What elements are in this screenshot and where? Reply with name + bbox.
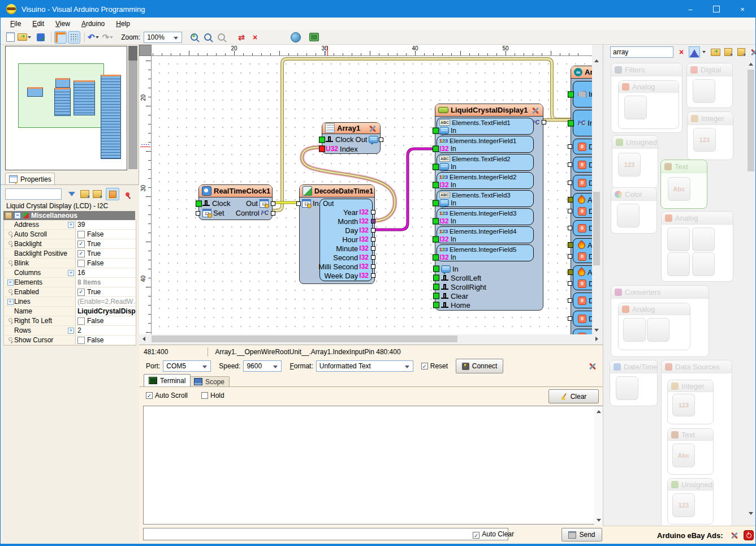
new-project-button[interactable] — [4, 31, 16, 44]
in-input-pin[interactable] — [296, 201, 301, 206]
scroll-up-arrow[interactable] — [746, 59, 755, 68]
upload-board-button[interactable] — [308, 31, 320, 44]
arduino-pin[interactable] — [568, 91, 574, 97]
field-input-pin[interactable] — [433, 218, 439, 224]
input-pin[interactable] — [433, 266, 439, 272]
menu-item[interactable]: File — [5, 19, 26, 29]
settings-tools-icon[interactable] — [588, 362, 597, 370]
arduino-pin[interactable] — [568, 180, 572, 185]
scroll-left-arrow[interactable] — [139, 334, 148, 343]
open-project-button[interactable] — [18, 31, 33, 44]
palette-subgroup-integer[interactable]: Integer 123 — [667, 380, 714, 424]
property-value[interactable]: True — [75, 287, 136, 296]
block-header[interactable]: Array1 — [322, 123, 380, 134]
scroll-up-arrow[interactable] — [594, 407, 603, 416]
lcd-element-field[interactable]: ABC 123 Elements.IntegerField2 I32 In — [437, 172, 534, 189]
palette-group-converters[interactable]: Converters Analog — [611, 285, 709, 357]
arduino-pin-box[interactable]: 0 Digit — [573, 175, 592, 191]
canvas-vertical-scrollbar[interactable] — [592, 56, 601, 334]
property-checkbox[interactable] — [77, 250, 85, 257]
toggle-grid-button[interactable] — [68, 31, 80, 44]
tab-scope[interactable]: Scope — [189, 376, 230, 386]
save-project-button[interactable] — [34, 31, 47, 44]
menu-item[interactable]: Arduino — [76, 19, 110, 29]
property-row[interactable]: Auto Scroll False — [4, 230, 136, 239]
property-checkbox[interactable] — [77, 337, 85, 344]
output-pin[interactable] — [371, 255, 375, 260]
tools-icon[interactable] — [531, 106, 540, 114]
property-value[interactable]: False — [75, 316, 136, 325]
palette-component[interactable] — [692, 252, 715, 276]
block-liquidcrystaldisplay[interactable]: LiquidCrystalDisplay1 Out I²C ABC 123 El… — [435, 104, 543, 311]
output-pin[interactable] — [371, 228, 375, 233]
web-button[interactable] — [290, 31, 302, 44]
palette-group-color[interactable]: Color — [611, 187, 657, 234]
delete-button[interactable]: × — [249, 31, 261, 44]
property-row[interactable]: Name LiquidCrystalDisp… — [4, 307, 136, 316]
send-input[interactable] — [143, 528, 508, 540]
ad-tools-icon[interactable] — [730, 531, 739, 539]
output-pin[interactable] — [371, 219, 375, 223]
lcd-element-field[interactable]: ABC 123 Elements.IntegerField1 I32 In — [437, 136, 534, 153]
arduino-pin-box[interactable]: I²C In — [573, 110, 592, 136]
collapse-group-icon[interactable]: − — [14, 212, 21, 219]
tab-properties[interactable]: Properties — [5, 173, 55, 185]
property-row[interactable]: Columns 16 — [4, 268, 136, 278]
output-pin[interactable] — [371, 237, 375, 242]
output-pin[interactable] — [371, 210, 375, 214]
expand-all-icon[interactable] — [723, 46, 734, 58]
arduino-pin[interactable] — [568, 209, 572, 213]
clear-button[interactable]: Clear — [548, 389, 599, 403]
power-icon[interactable] — [744, 530, 754, 540]
field-input-pin[interactable] — [433, 145, 439, 152]
palette-group-unsigned[interactable]: Unsigned 123 — [612, 135, 658, 188]
tools-icon[interactable] — [368, 124, 377, 132]
property-value[interactable]: False — [75, 336, 136, 345]
properties-search-input[interactable] — [5, 188, 62, 200]
arduino-pin[interactable] — [568, 162, 572, 167]
property-expand-icon[interactable] — [68, 222, 75, 228]
property-row[interactable]: Enabled True — [4, 287, 136, 297]
property-row[interactable]: Right To Left False — [4, 316, 136, 326]
property-checkbox[interactable] — [77, 231, 85, 238]
scrollbar-thumb[interactable] — [593, 192, 600, 265]
property-value[interactable]: (Enable=2,ReadW… — [75, 297, 136, 306]
control-output-pin[interactable] — [271, 211, 275, 216]
arduino-pin-box[interactable]: 0 Digit — [573, 220, 592, 236]
property-expand-icon[interactable] — [68, 328, 75, 334]
field-input-pin[interactable] — [433, 200, 439, 206]
zoom-out-button[interactable] — [215, 31, 227, 44]
zoom-reset-button[interactable] — [201, 31, 214, 44]
arduino-pin-box[interactable]: 0 Digit — [573, 329, 592, 334]
property-value[interactable]: False — [75, 230, 136, 239]
palette-component[interactable] — [692, 227, 715, 251]
autoscroll-checkbox[interactable] — [146, 392, 153, 399]
scrollbar-thumb[interactable] — [152, 336, 457, 342]
lcd-element-field[interactable]: ABC 123 Elements.IntegerField3 I32 In — [437, 208, 534, 225]
speed-combobox[interactable]: 9600 — [243, 360, 282, 372]
field-input-pin[interactable] — [433, 236, 439, 242]
minimize-button[interactable]: – — [677, 1, 703, 18]
output-pin[interactable] — [371, 273, 375, 278]
palette-search-input[interactable] — [610, 46, 673, 58]
property-value[interactable]: LiquidCrystalDisp… — [75, 307, 136, 316]
property-row[interactable]: Rows 2 — [4, 326, 136, 336]
property-value[interactable]: 39 — [75, 220, 136, 229]
suggestions-icon[interactable] — [710, 46, 721, 58]
property-value[interactable]: 8 Items — [75, 278, 136, 287]
field-input-pin[interactable] — [433, 127, 439, 134]
palette-group-datasources[interactable]: Data Sources Integer 123 Text Abc Unsign… — [661, 360, 732, 526]
property-row[interactable]: Blink False — [4, 259, 136, 268]
input-pin[interactable] — [433, 302, 439, 308]
property-value[interactable]: 16 — [75, 268, 136, 277]
property-value[interactable]: False — [75, 259, 136, 268]
palette-subgroup-analog[interactable]: Analog — [618, 80, 679, 129]
zoom-in-button[interactable]: + — [188, 31, 200, 44]
lcd-element-field[interactable]: ABC 123 Elements.TextField3 I32 In — [437, 190, 534, 207]
output-pin[interactable] — [371, 246, 375, 251]
pin-panel-icon[interactable] — [126, 192, 129, 196]
compile-button[interactable]: ⇄ — [235, 31, 248, 44]
collapse-all-icon[interactable] — [736, 46, 747, 58]
property-value[interactable]: 2 — [75, 326, 136, 335]
terminal-scrollbar[interactable] — [594, 407, 603, 524]
